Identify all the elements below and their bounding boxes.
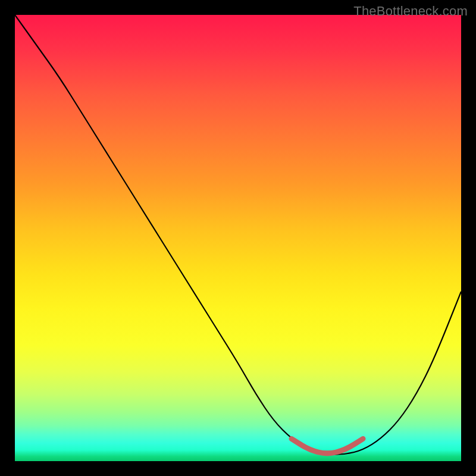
watermark-text: TheBottleneck.com [353, 4, 468, 19]
chart-frame: TheBottleneck.com [0, 0, 476, 476]
bottleneck-curve [15, 15, 461, 461]
curve-path [15, 15, 461, 455]
highlight-path [292, 439, 363, 453]
plot-area [15, 15, 461, 461]
